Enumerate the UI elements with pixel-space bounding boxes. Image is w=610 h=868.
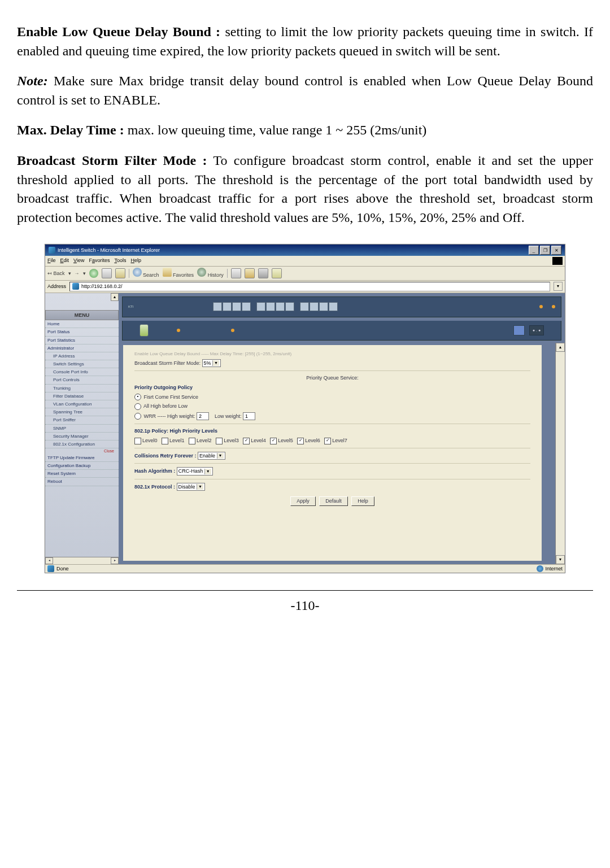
collisions-retry-select[interactable]: Enable ▼ [198, 452, 225, 460]
sidebar-item-spanning-tree[interactable]: Spanning Tree [45, 408, 119, 416]
forward-dropdown-icon[interactable]: ▾ [83, 270, 86, 277]
default-button[interactable]: Default [319, 496, 348, 506]
bsfm-label: Broadcast Storm Filter Mode: [134, 360, 201, 365]
page-number: -110- [17, 590, 593, 616]
sidebar-item-home[interactable]: Home [45, 320, 119, 328]
sidebar-close[interactable]: Close [45, 448, 119, 454]
radio-wrr[interactable] [134, 413, 141, 420]
refresh-icon[interactable] [102, 268, 112, 278]
checkbox-level7[interactable] [324, 438, 331, 444]
text-max-delay: max. low queuing time, value range 1 ~ 2… [124, 123, 427, 137]
divider [134, 448, 530, 448]
sidebar-item-port-controls[interactable]: Port Controls [45, 376, 119, 384]
history-button[interactable]: History [197, 268, 224, 279]
ie-icon [49, 247, 55, 254]
address-bar: Address http://192.168.0.2/ ▼ [45, 281, 565, 293]
checkbox-level3[interactable] [216, 438, 223, 444]
sidebar-item-port-sniffer[interactable]: Port Sniffer [45, 416, 119, 424]
checkbox-level0[interactable] [134, 438, 141, 444]
menu-tools[interactable]: Tools [114, 257, 126, 265]
minimize-button[interactable]: _ [529, 246, 539, 255]
sidebar-item-switch-settings[interactable]: Switch Settings [45, 360, 119, 368]
menu-file[interactable]: File [47, 257, 56, 265]
scroll-left-icon[interactable]: ◂ [45, 557, 53, 564]
sidebar-item-administrator[interactable]: Administrator [45, 344, 119, 352]
sidebar-item-tftp-update-firmware[interactable]: TFTP Update Firmware [45, 454, 119, 462]
print-icon[interactable] [245, 268, 255, 278]
status-zone: Internet [545, 565, 563, 573]
menu-edit[interactable]: Edit [60, 257, 69, 265]
sidebar-item-8021x-configuration[interactable]: 802.1x Configuration [45, 440, 119, 448]
close-button[interactable]: ✕ [551, 246, 561, 255]
hash-algorithm-label: Hash Algorithm : [134, 468, 175, 474]
home-icon[interactable] [115, 268, 125, 278]
radio-fcfs[interactable] [134, 394, 141, 400]
led-icon [177, 329, 180, 332]
sidebar-item-reset-system[interactable]: Reset System [45, 470, 119, 478]
back-button[interactable]: ↤ Back [47, 270, 65, 277]
checkbox-level5[interactable] [270, 438, 277, 444]
menubar: File Edit View Favorites Tools Help [45, 256, 565, 267]
edit-icon[interactable] [258, 268, 268, 278]
scroll-right-icon[interactable]: ▸ [111, 557, 119, 564]
help-button[interactable]: Help [351, 496, 374, 506]
address-input[interactable]: http://192.168.0.2/ [69, 282, 550, 291]
forward-button[interactable]: → [75, 270, 80, 277]
window-titlebar: Intelligent Switch - Microsoft Internet … [45, 245, 565, 256]
sidebar-item-reboot[interactable]: Reboot [45, 478, 119, 486]
address-label: Address [47, 283, 66, 290]
checkbox-level6[interactable] [297, 438, 304, 444]
scroll-down-icon[interactable]: ▼ [556, 555, 565, 564]
sidebar-item-filter-database[interactable]: Filter Database [45, 392, 119, 400]
sidebar-item-vlan-configuration[interactable]: VLan Configuration [45, 400, 119, 408]
checkbox-level4[interactable] [243, 438, 250, 444]
wrr-high-weight-input[interactable]: 2 [197, 412, 209, 421]
8021x-protocol-label: 802.1x Protocol : [134, 483, 175, 489]
discuss-icon[interactable] [272, 268, 282, 278]
search-button[interactable]: Search [133, 268, 159, 279]
checkbox-level2[interactable] [189, 438, 195, 444]
sidebar-item-port-status[interactable]: Port Status [45, 328, 119, 336]
radio-all-high[interactable] [134, 403, 141, 410]
sidebar-item-snmp[interactable]: SNMP [45, 425, 119, 433]
menu-favorites[interactable]: Favorites [89, 257, 110, 265]
switch-lower-panel: ● . ● [122, 321, 561, 341]
back-dropdown-icon[interactable]: ▾ [68, 270, 71, 277]
menu-help[interactable]: Help [130, 257, 141, 265]
address-dropdown-icon[interactable]: ▼ [554, 282, 563, 291]
label-level4: Level4 [251, 438, 266, 443]
sidebar-item-console-port-info[interactable]: Console Port Info [45, 368, 119, 376]
menu-view[interactable]: View [73, 257, 84, 265]
wrr-low-label: Low weight: [215, 413, 242, 419]
wrr-low-weight-input[interactable]: 1 [243, 412, 255, 421]
8021x-protocol-select[interactable]: Disable ▼ [177, 483, 205, 491]
sidebar-item-ip-address[interactable]: IP Address [45, 352, 119, 360]
hash-algorithm-select[interactable]: CRC-Hash ▼ [177, 467, 213, 476]
module-slot-icon [513, 325, 525, 335]
label-level1: Level1 [169, 438, 185, 443]
status-text: Done [56, 565, 69, 573]
paragraph-broadcast-storm: Broadcast Storm Filter Mode : To configu… [17, 151, 593, 227]
sidebar-scroll-up[interactable]: ▲ [111, 293, 119, 301]
led-icon [552, 305, 555, 308]
sidebar-item-security-manager[interactable]: Security Manager [45, 433, 119, 440]
stop-icon[interactable] [89, 269, 98, 278]
sidebar-horizontal-scrollbar[interactable]: ◂ ▸ [45, 557, 119, 564]
sidebar-item-trunking[interactable]: Trunking [45, 385, 119, 392]
bsfm-select[interactable]: 5% ▼ [202, 359, 221, 368]
checkbox-level1[interactable] [162, 438, 168, 444]
maximize-button[interactable]: ❐ [540, 246, 550, 255]
sidebar: ▲ MENU Home Port Status Port Statistics … [45, 293, 119, 564]
radio-all-high-label: All High before Low [143, 403, 188, 409]
label-level5: Level5 [278, 438, 293, 443]
label-broadcast-storm: Broadcast Storm Filter Mode : [17, 153, 207, 168]
sidebar-item-configuration-backup[interactable]: Configuration Backup [45, 462, 119, 470]
favorites-button[interactable]: Favorites [163, 268, 194, 279]
sidebar-item-port-statistics[interactable]: Port Statistics [45, 337, 119, 344]
page-icon [72, 283, 79, 290]
main-vertical-scrollbar[interactable]: ▲ ▼ [555, 343, 565, 564]
priority-outgoing-policy-label: Priority Outgoing Policy [134, 384, 530, 391]
mail-icon[interactable] [231, 268, 241, 278]
scroll-up-icon[interactable]: ▲ [556, 343, 565, 352]
apply-button[interactable]: Apply [290, 496, 316, 506]
